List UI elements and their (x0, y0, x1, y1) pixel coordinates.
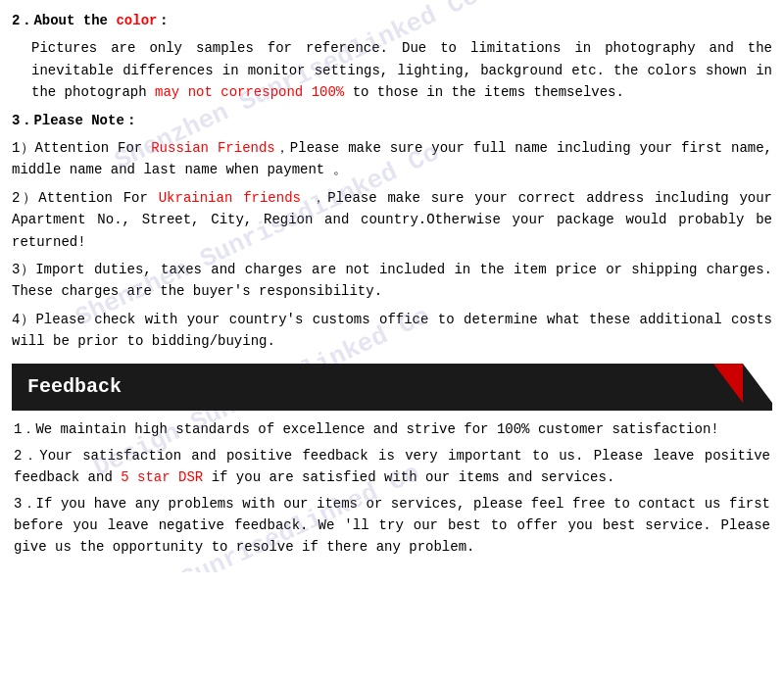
item1-prefix: 1）Attention For (12, 140, 151, 156)
color-paragraph: Pictures are only samples for reference.… (12, 37, 772, 103)
item4-text: 4）Please check with your country's custo… (12, 312, 772, 349)
feedback-line3: 3．If you have any problems with our item… (14, 496, 770, 556)
feedback-line2-highlight: 5 star DSR (121, 469, 203, 485)
note-item-4: 4）Please check with your country's custo… (12, 309, 772, 353)
item2-highlight: Ukrainian friends (159, 190, 301, 206)
color-para-text2: to those in the items themselves. (344, 84, 624, 100)
feedback-item-1: 1．We maintain high standards of excellen… (14, 418, 770, 440)
feedback-item-2: 2．Your satisfaction and positive feedbac… (14, 445, 770, 489)
note-item-2: 2）Attention For Ukrainian friends ，Pleas… (12, 187, 772, 253)
note-item-1: 1）Attention For Russian Friends，Please m… (12, 137, 772, 181)
color-section-heading: 2．About the color： (12, 10, 772, 31)
please-note-heading: 3．Please Note： (12, 110, 772, 131)
color-heading-colon: ： (157, 13, 171, 28)
page-content: 2．About the color： Pictures are only sam… (0, 0, 784, 572)
color-highlight: color (116, 13, 157, 28)
color-para-highlight: may not correspond 100% (155, 84, 344, 100)
note-item-3: 3）Import duties, taxes and charges are n… (12, 259, 772, 303)
feedback-item-3: 3．If you have any problems with our item… (14, 493, 770, 559)
item1-highlight: Russian Friends (151, 140, 275, 156)
color-heading-text: 2．About the (12, 13, 116, 28)
feedback-line2-after: if you are satisfied with our items and … (203, 469, 614, 485)
feedback-section: 1．We maintain high standards of excellen… (12, 418, 772, 558)
feedback-header: Feedback (12, 364, 772, 411)
please-note-text: 3．Please Note： (12, 113, 138, 128)
feedback-line1: 1．We maintain high standards of excellen… (14, 421, 719, 437)
item3-text: 3）Import duties, taxes and charges are n… (12, 262, 772, 299)
red-corner-decoration (713, 364, 743, 403)
feedback-header-label: Feedback (27, 371, 122, 403)
item2-prefix: 2）Attention For (12, 190, 159, 206)
page-wrapper: Shenzhen Sunrisedlinked Co Shenzhen Sunr… (0, 0, 784, 572)
